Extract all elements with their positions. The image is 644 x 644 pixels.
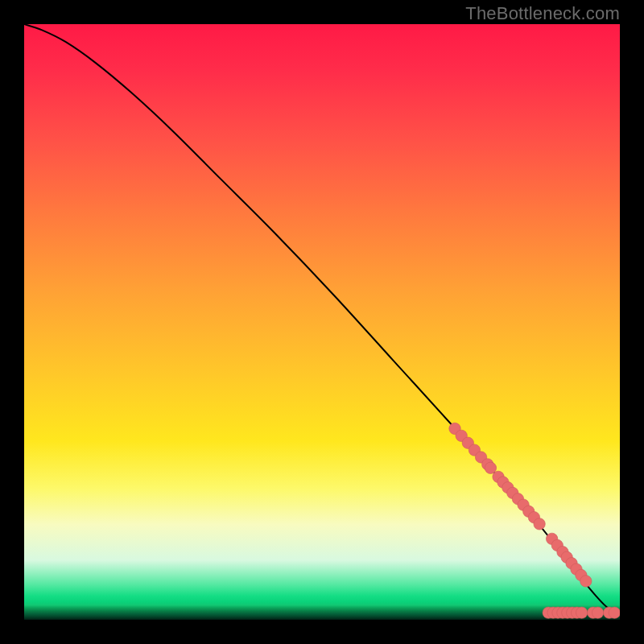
data-point	[534, 518, 545, 530]
watermark-text: TheBottleneck.com	[465, 3, 620, 24]
chart-root: TheBottleneck.com	[0, 0, 644, 644]
plot-area	[24, 24, 620, 620]
data-point	[609, 607, 620, 618]
data-point	[576, 607, 587, 618]
data-point	[485, 462, 496, 473]
data-point	[592, 607, 603, 618]
bottleneck-curve	[24, 24, 620, 613]
chart-svg	[24, 24, 620, 620]
data-points-group	[449, 423, 620, 618]
data-point	[580, 576, 592, 587]
